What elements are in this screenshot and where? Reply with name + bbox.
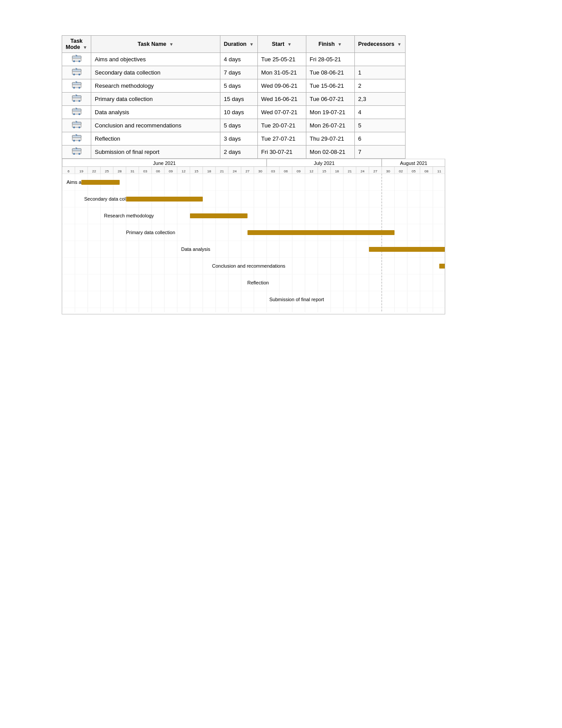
task-predecessors: 7 [354,146,405,159]
col-header-mode[interactable]: TaskMode ▼ [62,36,91,53]
task-mode-icon [62,106,91,119]
svg-point-38 [78,153,80,155]
svg-rect-145 [248,230,395,235]
svg-text:12: 12 [182,169,186,173]
svg-text:09: 09 [297,169,301,173]
task-start: Tue 20-07-21 [257,119,306,132]
svg-point-17 [73,100,75,102]
svg-text:6: 6 [67,169,70,173]
svg-point-18 [78,100,80,102]
svg-text:15: 15 [194,169,198,173]
task-name: Secondary data collection [91,66,220,79]
col-header-start[interactable]: Start ▼ [257,36,306,53]
svg-text:15: 15 [322,169,326,173]
svg-text:06: 06 [156,169,160,173]
task-start: Wed 09-06-21 [257,79,306,93]
svg-text:Reflection: Reflection [247,280,269,285]
task-start: Wed 07-07-21 [257,106,306,119]
svg-point-27 [73,127,75,128]
svg-point-12 [73,87,75,89]
svg-text:30: 30 [386,169,390,173]
task-duration: 7 days [220,66,257,79]
task-name: Submission of final report [91,146,220,159]
task-finish: Mon 02-08-21 [306,146,354,159]
svg-rect-141 [126,197,203,202]
task-finish: Mon 26-07-21 [306,119,354,132]
svg-text:24: 24 [233,169,237,173]
svg-text:12: 12 [309,169,313,173]
table-row: Conclusion and recommendations5 daysTue … [62,119,406,132]
svg-text:28: 28 [118,169,122,173]
task-duration: 2 days [220,146,257,159]
gantt-table: TaskMode ▼ Task Name ▼ Duration ▼ Start … [62,35,406,159]
svg-point-33 [78,140,80,142]
svg-text:18: 18 [335,169,339,173]
task-predecessors: 1 [354,66,405,79]
col-header-finish[interactable]: Finish ▼ [306,36,354,53]
task-name: Research methodology [91,79,220,93]
svg-point-13 [78,87,80,89]
svg-text:05: 05 [412,169,416,173]
sort-icon-pred: ▼ [397,42,402,47]
svg-rect-149 [439,264,446,269]
svg-text:21: 21 [220,169,224,173]
svg-text:02: 02 [399,169,403,173]
col-header-duration[interactable]: Duration ▼ [220,36,257,53]
task-predecessors: 6 [354,132,405,146]
svg-text:August 2021: August 2021 [400,161,428,166]
task-finish: Tue 15-06-21 [306,79,354,93]
table-row: Aims and objectives4 daysTue 25-05-21Fri… [62,53,406,66]
svg-rect-139 [82,180,120,185]
task-mode-icon [62,146,91,159]
col-header-pred[interactable]: Predecessors ▼ [354,36,405,53]
task-predecessors: 2,3 [354,93,405,106]
task-finish: Tue 06-07-21 [306,93,354,106]
svg-text:25: 25 [105,169,109,173]
svg-text:Data analysis: Data analysis [181,246,211,252]
svg-text:22: 22 [92,169,96,173]
svg-point-8 [78,74,80,75]
svg-text:Submission of final report: Submission of final report [269,297,324,302]
task-finish: Thu 29-07-21 [306,132,354,146]
task-mode-icon [62,66,91,79]
task-predecessors [354,53,405,66]
table-row: Reflection3 daysTue 27-07-21Thu 29-07-21… [62,132,406,146]
task-finish: Tue 08-06-21 [306,66,354,79]
svg-text:19: 19 [79,169,83,173]
task-duration: 3 days [220,132,257,146]
svg-text:08: 08 [424,169,428,173]
task-mode-icon [62,79,91,93]
task-predecessors: 4 [354,106,405,119]
svg-text:27: 27 [373,169,377,173]
task-duration: 15 days [220,93,257,106]
svg-point-37 [73,153,75,155]
task-mode-icon [62,132,91,146]
svg-text:30: 30 [258,169,262,173]
svg-text:24: 24 [361,169,365,173]
col-header-name[interactable]: Task Name ▼ [91,36,220,53]
task-name: Primary data collection [91,93,220,106]
sort-icon-finish: ▼ [338,42,342,47]
task-finish: Fri 28-05-21 [306,53,354,66]
task-name: Reflection [91,132,220,146]
task-predecessors: 2 [354,79,405,93]
task-predecessors: 5 [354,119,405,132]
sort-icon-start: ▼ [287,42,292,47]
table-row: Submission of final report2 daysFri 30-0… [62,146,406,159]
task-start: Fri 30-07-21 [257,146,306,159]
task-start: Tue 25-05-21 [257,53,306,66]
task-start: Wed 16-06-21 [257,93,306,106]
svg-text:21: 21 [348,169,352,173]
svg-text:Conclusion and recommendations: Conclusion and recommendations [212,263,286,269]
svg-rect-143 [190,213,248,218]
svg-point-22 [73,113,75,115]
svg-text:Research methodology: Research methodology [104,213,154,218]
sort-icon-duration: ▼ [249,42,254,47]
task-mode-icon [62,93,91,106]
svg-text:18: 18 [207,169,211,173]
svg-text:03: 03 [271,169,275,173]
svg-text:June 2021: June 2021 [153,161,175,166]
svg-rect-147 [369,247,445,252]
task-name: Data analysis [91,106,220,119]
task-name: Conclusion and recommendations [91,119,220,132]
